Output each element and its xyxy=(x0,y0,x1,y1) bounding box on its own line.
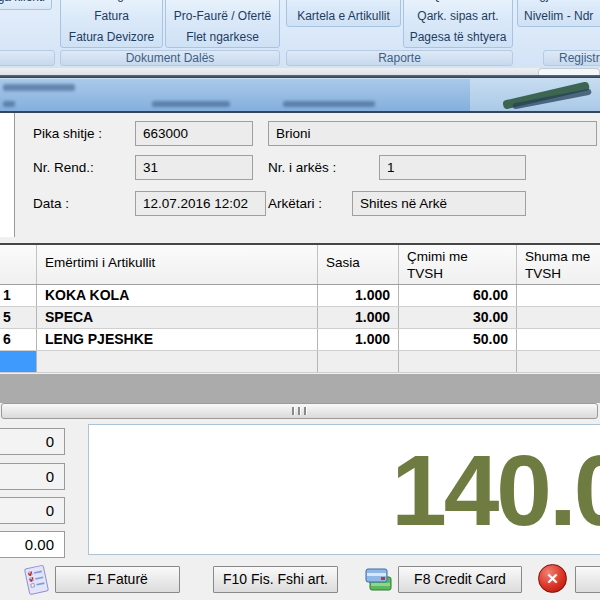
cell-name: KOKA KOLA xyxy=(37,285,318,306)
col-header-shuma[interactable]: Shuma me TVSH xyxy=(517,245,600,284)
cell-shuma: 50.00 xyxy=(517,329,600,350)
ribbon-column-kartela: Rezerva Kartela e Artikullit xyxy=(286,0,401,27)
cell-cmimi: 60.00 xyxy=(399,285,517,306)
cell-shuma xyxy=(517,351,600,372)
col-header-cmimi-text: Çmimi me TVSH xyxy=(407,248,489,282)
document-titlebar xyxy=(0,78,600,111)
cell-sasia: 1.000 xyxy=(318,285,399,306)
cell-name xyxy=(37,351,318,372)
table-row[interactable]: 6 LENG PJESHKE 1.000 50.00 50.00 xyxy=(0,329,600,351)
blurred-text xyxy=(3,84,75,91)
ribbon-bottom-strip xyxy=(0,68,600,75)
pen-logo-icon xyxy=(470,79,600,112)
ribbon: ga klienti Fletdërgese Fatura Fatura Dev… xyxy=(0,0,600,68)
ribbon-group-regjistr: Regjistr xyxy=(543,50,600,66)
pika-shitje-name-field[interactable]: Brioni xyxy=(268,121,597,146)
col-header-sasia[interactable]: Sasia xyxy=(318,245,399,284)
ribbon-button-kartela-artikullit[interactable]: Kartela e Artikullit xyxy=(287,6,400,27)
total-field-1[interactable]: 0 xyxy=(0,428,65,455)
cancel-icon[interactable]: ✕ xyxy=(538,564,567,593)
arketari-label: Arkëtari : xyxy=(268,191,322,216)
col-header-emertimi[interactable]: Emërtimi i Artikullit xyxy=(37,245,318,284)
ribbon-button-klienti[interactable]: ga klienti xyxy=(0,0,52,10)
ribbon-bottom-tab xyxy=(538,68,600,75)
cell-rownum: 6 xyxy=(0,329,37,350)
table-filler-area xyxy=(0,374,600,403)
ribbon-column-qarkullimi: Qarkullimi Qark. sipas art. Pagesa të sh… xyxy=(403,0,513,48)
cell-sasia: 1.000 xyxy=(318,307,399,328)
sale-header-form: Pika shitje : 663000 Brioni Nr. Rend.: 3… xyxy=(0,113,600,243)
cell-shuma: 60.00 xyxy=(517,285,600,306)
grand-total-display: 140.00 xyxy=(88,424,600,555)
col-header-cmimi[interactable]: Çmimi me TVSH xyxy=(399,245,517,284)
f8-credit-card-button[interactable]: F8 Credit Card xyxy=(398,566,522,593)
blurred-text xyxy=(283,101,375,107)
selected-cell[interactable] xyxy=(0,351,37,372)
cell-shuma: 30.00 xyxy=(517,307,600,328)
partial-right-button[interactable] xyxy=(575,566,600,593)
ribbon-button-flet-ngarkese[interactable]: Flet ngarkese xyxy=(166,27,279,48)
cell-name: LENG PJESHKE xyxy=(37,329,318,350)
cell-cmimi xyxy=(399,351,517,372)
table-row-empty-selected[interactable] xyxy=(0,351,600,373)
total-field-3[interactable]: 0 xyxy=(0,497,65,524)
ribbon-button-nivelim[interactable]: Nivelim - Ndr xyxy=(518,6,600,27)
blurred-text xyxy=(152,101,230,107)
ribbon-column-fatura: Fletdërgese Fatura Fatura Devizore xyxy=(60,0,163,48)
ribbon-column-oferte: Kthim malli Pro-Faurë / Ofertë Flet ngar… xyxy=(165,0,280,48)
ribbon-button-pagesa-shtyera[interactable]: Pagesa të shtyera xyxy=(404,27,512,48)
checklist-icon[interactable] xyxy=(20,563,52,597)
ribbon-group-dokument-dales: Dokument Dalës xyxy=(60,50,280,66)
table-header-row: Emërtimi i Artikullit Sasia Çmimi me TVS… xyxy=(0,245,600,285)
pika-shitje-code-field[interactable]: 663000 xyxy=(135,121,253,146)
table-row[interactable]: 5 SPECA 1.000 30.00 30.00 xyxy=(0,307,600,329)
data-label: Data : xyxy=(33,191,69,216)
nr-rend-label: Nr. Rend.: xyxy=(33,155,94,180)
grand-total-value: 140.00 xyxy=(391,440,600,540)
cell-rownum: 5 xyxy=(0,307,37,328)
blurred-text xyxy=(3,101,15,107)
ribbon-button-qark-sipas-art[interactable]: Qark. sipas art. xyxy=(404,6,512,27)
col-header-shuma-text: Shuma me TVSH xyxy=(525,248,600,282)
table-row[interactable]: 1 KOKA KOLA 1.000 60.00 60.00 xyxy=(0,285,600,307)
nr-rend-field[interactable]: 31 xyxy=(135,155,253,180)
pos-window: ga klienti Fletdërgese Fatura Fatura Dev… xyxy=(0,0,600,600)
arketari-field[interactable]: Shites në Arkë xyxy=(352,191,526,216)
ribbon-button-pro-fature[interactable]: Pro-Faurë / Ofertë xyxy=(166,6,279,27)
ribbon-button-fatura-devizore[interactable]: Fatura Devizore xyxy=(61,27,162,48)
cell-sasia: 1.000 xyxy=(318,329,399,350)
total-field-4[interactable]: 0.00 xyxy=(0,531,65,558)
pika-shitje-label: Pika shitje : xyxy=(33,121,102,146)
cell-cmimi: 50.00 xyxy=(399,329,517,350)
nr-arkes-field[interactable]: 1 xyxy=(379,155,526,180)
horizontal-splitter[interactable] xyxy=(1,403,598,419)
cell-rownum: 1 xyxy=(0,285,37,306)
cell-sasia xyxy=(318,351,399,372)
f1-fature-button[interactable]: F1 Faturë xyxy=(55,566,180,593)
credit-cards-icon[interactable] xyxy=(364,565,394,595)
cell-name: SPECA xyxy=(37,307,318,328)
col-header-rownum[interactable] xyxy=(0,245,37,284)
data-field[interactable]: 12.07.2016 12:02 xyxy=(135,191,266,216)
nr-arkes-label: Nr. i arkës : xyxy=(268,155,336,180)
f10-fshi-art-button[interactable]: F10 Fis. Fshi art. xyxy=(213,566,338,593)
total-field-2[interactable]: 0 xyxy=(0,463,65,490)
ribbon-group-left-partial xyxy=(0,50,55,66)
titlebar-logo-area xyxy=(470,79,600,112)
items-table: Emërtimi i Artikullit Sasia Çmimi me TVS… xyxy=(0,245,600,373)
splitter-grip-icon xyxy=(291,407,309,415)
left-margin-strip xyxy=(0,113,15,237)
ribbon-group-raporte: Raporte xyxy=(286,50,513,66)
ribbon-column-regjistrim: Regjistrim Ko Nivelim - Ndr xyxy=(517,0,600,27)
cell-cmimi: 30.00 xyxy=(399,307,517,328)
ribbon-button-fatura[interactable]: Fatura xyxy=(61,6,162,27)
